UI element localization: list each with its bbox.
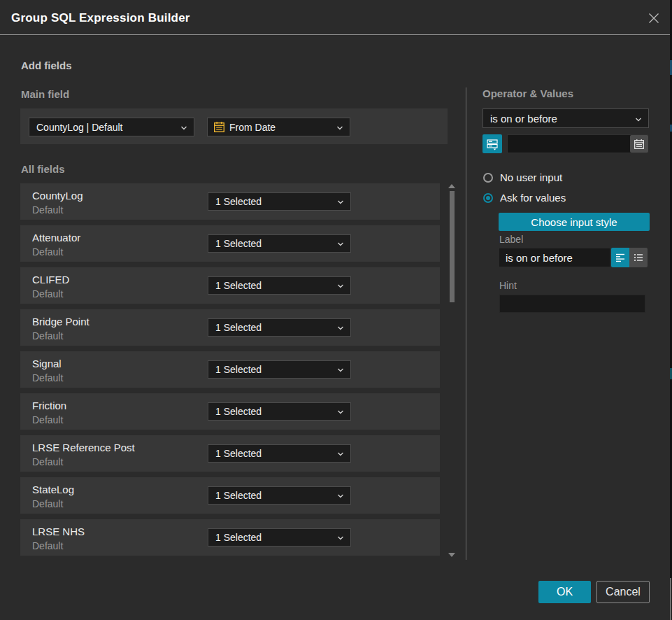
field-values-select[interactable]: 1 Selected xyxy=(208,318,351,337)
chevron-down-icon xyxy=(634,114,643,122)
field-subtitle: Default xyxy=(32,456,63,467)
field-values-select-value: 1 Selected xyxy=(208,322,262,333)
field-name: Friction xyxy=(32,400,66,411)
group-sql-expression-builder-dialog: Group SQL Expression Builder Add fields … xyxy=(0,0,672,620)
chevron-down-icon xyxy=(336,365,345,374)
value-input[interactable] xyxy=(507,134,648,153)
layer-select[interactable]: CountyLog | Default xyxy=(29,118,194,136)
value-source-button[interactable] xyxy=(482,134,502,153)
field-values-select[interactable]: 1 Selected xyxy=(208,444,351,463)
chevron-down-icon xyxy=(336,123,344,132)
choose-input-style-button[interactable]: Choose input style xyxy=(499,213,650,231)
dialog-titlebar: Group SQL Expression Builder xyxy=(0,0,670,35)
field-name: CLIFED xyxy=(32,274,69,286)
field-row: LRSE NHS Default 1 Selected xyxy=(20,519,440,556)
field-name: LRSE NHS xyxy=(32,526,85,537)
panel-divider xyxy=(466,87,466,560)
field-name: CountyLog xyxy=(32,190,83,202)
main-field-panel: CountyLog | Default From Date xyxy=(20,108,448,144)
label-field-label: Label xyxy=(499,234,523,245)
field-values-select-value: 1 Selected xyxy=(208,196,262,207)
field-subtitle: Default xyxy=(32,330,63,341)
field-subtitle: Default xyxy=(32,246,63,258)
field-row: StateLog Default 1 Selected xyxy=(20,477,440,514)
radio-ask-for-values-label: Ask for values xyxy=(500,192,566,204)
field-values-select-value: 1 Selected xyxy=(208,406,262,417)
field-select[interactable]: From Date xyxy=(207,118,350,136)
field-row: Attenuator Default 1 Selected xyxy=(20,225,440,262)
date-field-icon xyxy=(213,121,225,133)
field-name: Signal xyxy=(32,358,62,369)
field-row: Signal Default 1 Selected xyxy=(20,351,440,388)
list-style-button[interactable] xyxy=(629,248,648,267)
cancel-button[interactable]: Cancel xyxy=(596,581,650,603)
field-values-select[interactable]: 1 Selected xyxy=(208,528,351,547)
field-name: Attenuator xyxy=(32,232,80,244)
field-row: CountyLog Default 1 Selected xyxy=(20,183,440,220)
chevron-down-icon xyxy=(336,533,345,542)
field-values-select[interactable]: 1 Selected xyxy=(208,486,351,505)
single-line-style-button[interactable] xyxy=(611,248,629,267)
field-values-select[interactable]: 1 Selected xyxy=(208,402,351,421)
field-values-select-value: 1 Selected xyxy=(208,448,262,459)
field-row: Bridge Point Default 1 Selected xyxy=(20,309,440,346)
field-row: LRSE Reference Post Default 1 Selected xyxy=(20,435,440,472)
chevron-down-icon xyxy=(336,281,345,290)
main-field-label: Main field xyxy=(21,88,69,100)
dialog-title: Group SQL Expression Builder xyxy=(11,11,190,25)
scrollbar-thumb[interactable] xyxy=(450,191,455,302)
calendar-button[interactable] xyxy=(630,135,648,153)
field-row: CLIFED Default 1 Selected xyxy=(20,267,440,304)
field-values-select-value: 1 Selected xyxy=(208,364,262,375)
add-fields-heading: Add fields xyxy=(21,59,72,71)
chevron-down-icon xyxy=(336,323,345,332)
field-row: Friction Default 1 Selected xyxy=(20,393,440,430)
field-subtitle: Default xyxy=(32,540,63,551)
dialog-surface: Group SQL Expression Builder Add fields … xyxy=(0,0,670,620)
scrollbar-down-arrow-icon[interactable] xyxy=(448,553,455,557)
field-values-select[interactable]: 1 Selected xyxy=(208,276,351,295)
all-fields-label: All fields xyxy=(21,163,65,175)
field-select-value: From Date xyxy=(225,122,276,133)
field-name: StateLog xyxy=(32,484,74,495)
field-values-select-value: 1 Selected xyxy=(208,490,262,501)
field-values-select-value: 1 Selected xyxy=(208,532,262,543)
label-input-value: is on or before xyxy=(506,252,573,264)
field-values-select-value: 1 Selected xyxy=(208,280,262,291)
hint-field-label: Hint xyxy=(499,280,517,291)
field-name: Bridge Point xyxy=(32,316,90,327)
operator-select[interactable]: is on or before xyxy=(482,108,649,128)
field-subtitle: Default xyxy=(32,414,63,425)
label-input[interactable]: is on or before xyxy=(499,248,610,267)
operator-select-value: is on or before xyxy=(483,113,557,125)
field-subtitle: Default xyxy=(32,204,63,216)
radio-no-user-input-label: No user input xyxy=(500,171,562,183)
radio-dot xyxy=(486,196,490,200)
field-subtitle: Default xyxy=(32,372,63,383)
layer-select-value: CountyLog | Default xyxy=(29,122,123,133)
field-values-select[interactable]: 1 Selected xyxy=(208,192,351,211)
radio-ask-for-values[interactable] xyxy=(483,193,493,203)
operator-values-heading: Operator & Values xyxy=(482,87,573,99)
field-subtitle: Default xyxy=(32,498,63,509)
radio-no-user-input[interactable] xyxy=(483,173,493,183)
ok-button[interactable]: OK xyxy=(538,581,591,603)
chevron-down-icon xyxy=(336,449,345,458)
background-scrollbar-thumb xyxy=(670,578,671,620)
field-values-select[interactable]: 1 Selected xyxy=(208,234,351,253)
field-values-select[interactable]: 1 Selected xyxy=(208,360,351,379)
chevron-down-icon xyxy=(336,197,345,206)
field-values-select-value: 1 Selected xyxy=(208,238,262,249)
chevron-down-icon xyxy=(336,239,345,248)
close-icon[interactable] xyxy=(648,12,660,24)
field-name: LRSE Reference Post xyxy=(32,442,135,453)
field-subtitle: Default xyxy=(32,288,63,300)
chevron-down-icon xyxy=(336,407,345,416)
scrollbar-up-arrow-icon[interactable] xyxy=(448,184,455,188)
hint-input[interactable] xyxy=(499,295,645,313)
chevron-down-icon xyxy=(180,123,188,132)
chevron-down-icon xyxy=(336,491,345,500)
